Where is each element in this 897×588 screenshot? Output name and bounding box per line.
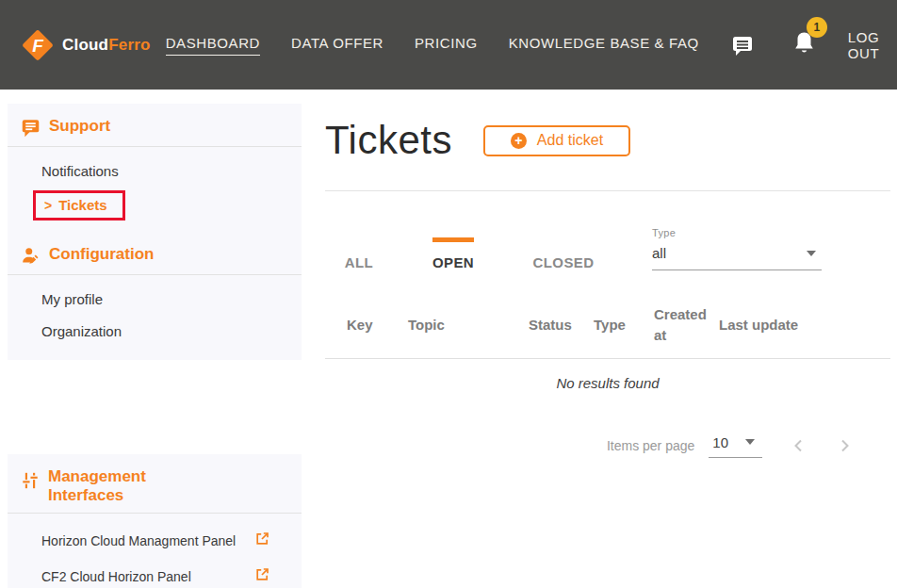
tab-all-label: ALL <box>345 254 373 270</box>
filter-row: ALL OPEN CLOSED Type all <box>325 227 890 270</box>
top-nav-links: DASHBOARD DATA OFFER PRICING KNOWLEDGE B… <box>166 35 730 56</box>
nav-pricing[interactable]: PRICING <box>415 35 478 55</box>
items-per-page-label: Items per page <box>607 438 694 453</box>
items-per-page-value: 10 <box>712 434 728 450</box>
logout-button[interactable]: LOG OUT <box>848 29 879 61</box>
divider <box>325 358 890 359</box>
nav-knowledge-base[interactable]: KNOWLEDGE BASE & FAQ <box>509 35 699 55</box>
cloudferro-logo[interactable]: F CloudFerro <box>19 25 151 65</box>
sidebar-section-support: Support <box>8 117 302 138</box>
divider <box>8 146 302 147</box>
cloudferro-dashboard: F CloudFerro DASHBOARD DATA OFFER PRICIN… <box>0 0 897 588</box>
sidebar-link-cf2-horizon-panel[interactable]: CF2 Cloud Horizon Panel <box>8 567 302 585</box>
tickets-highlight-annotation: > Tickets <box>8 179 302 224</box>
chat-bubble-icon <box>21 118 41 138</box>
add-ticket-label: Add ticket <box>537 132 603 149</box>
configuration-section-title: Configuration <box>49 245 154 264</box>
nav-dashboard[interactable]: DASHBOARD <box>166 35 260 56</box>
sidebar-section-management-interfaces: Management Interfaces <box>8 467 302 504</box>
column-header-last-update: Last update <box>719 315 799 335</box>
pagination-bar: Items per page 10 <box>325 434 853 458</box>
empty-results-message: No results found <box>325 375 890 391</box>
tickets-table-header: Key Topic Status Type Created at Last up… <box>325 304 890 346</box>
chevron-right-icon: > <box>44 198 52 213</box>
brand-name: CloudFerro <box>62 36 151 55</box>
tab-indicator <box>543 237 584 242</box>
column-header-key: Key <box>347 315 408 335</box>
divider <box>325 190 890 191</box>
previous-page-button[interactable] <box>791 437 807 454</box>
status-tabs: ALL OPEN CLOSED <box>325 237 613 270</box>
sidebar-item-notifications[interactable]: Notifications <box>8 163 302 179</box>
items-per-page-select[interactable]: 10 <box>709 434 762 458</box>
support-section-title: Support <box>49 117 110 136</box>
tab-open[interactable]: OPEN <box>393 237 514 270</box>
sidebar-item-tickets[interactable]: > Tickets <box>33 190 125 220</box>
cloudferro-diamond-icon: F <box>19 25 57 65</box>
type-filter-value: all <box>652 245 666 261</box>
divider <box>8 513 302 514</box>
notifications-bell[interactable]: 1 <box>792 30 816 60</box>
svg-text:F: F <box>32 36 44 56</box>
messages-icon[interactable] <box>730 33 755 57</box>
sidebar-support-configuration-block: Support Notifications > Tickets <box>8 104 302 360</box>
external-link-icon <box>255 531 269 549</box>
column-header-status: Status <box>529 315 594 335</box>
sliders-icon <box>21 470 40 491</box>
page-title-row: Tickets + Add ticket <box>325 118 890 163</box>
sidebar-section-configuration: Configuration <box>8 245 302 266</box>
type-filter-label: Type <box>652 227 822 238</box>
tab-indicator <box>338 237 380 242</box>
chevron-down-icon <box>745 439 755 445</box>
tickets-page: Tickets + Add ticket ALL OPEN <box>325 90 890 458</box>
tab-open-label: OPEN <box>432 254 474 270</box>
topbar-right-actions: 1 LOG OUT EN <box>730 29 897 61</box>
nav-data-offer[interactable]: DATA OFFER <box>291 35 383 55</box>
next-page-button[interactable] <box>836 437 853 454</box>
top-navigation-bar: F CloudFerro DASHBOARD DATA OFFER PRICIN… <box>0 0 897 90</box>
active-tab-indicator <box>432 237 474 242</box>
notification-count-badge: 1 <box>807 17 827 38</box>
column-header-topic: Topic <box>408 315 529 335</box>
tab-closed-label: CLOSED <box>533 254 595 270</box>
sidebar-item-my-profile[interactable]: My profile <box>8 291 302 307</box>
tab-closed[interactable]: CLOSED <box>514 237 613 270</box>
management-section-title: Management Interfaces <box>48 467 180 504</box>
add-ticket-button[interactable]: + Add ticket <box>483 125 630 156</box>
sidebar-management-block: Management Interfaces Horizon Cloud Mana… <box>8 454 302 588</box>
column-header-created-at: Created at <box>654 304 719 346</box>
sidebar: Support Notifications > Tickets <box>8 104 302 588</box>
type-filter-dropdown[interactable]: Type all <box>652 227 822 270</box>
column-header-type: Type <box>594 315 654 335</box>
tab-all[interactable]: ALL <box>325 237 393 270</box>
sidebar-gap <box>8 360 302 454</box>
tickets-label: Tickets <box>58 197 106 213</box>
plus-icon: + <box>511 133 527 149</box>
link-label: CF2 Cloud Horizon Panel <box>41 569 191 584</box>
external-link-icon <box>255 567 269 585</box>
link-label: Horizon Cloud Managment Panel <box>41 533 236 548</box>
sidebar-item-organization[interactable]: Organization <box>8 323 302 339</box>
sidebar-link-horizon-panel[interactable]: Horizon Cloud Managment Panel <box>8 531 302 549</box>
chevron-down-icon <box>807 251 816 256</box>
page-title: Tickets <box>325 118 452 163</box>
person-settings-icon <box>21 246 41 266</box>
divider <box>8 274 302 275</box>
